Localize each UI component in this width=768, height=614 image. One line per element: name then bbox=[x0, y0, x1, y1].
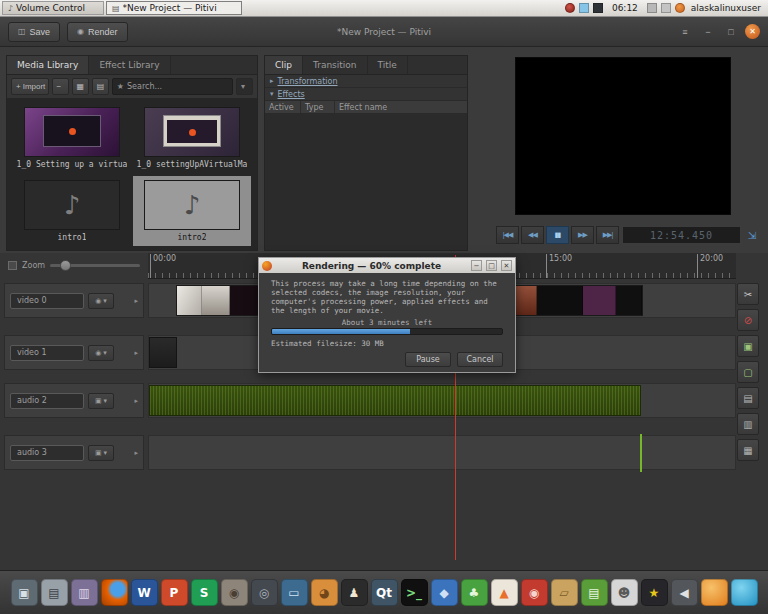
terminal-icon[interactable]: >_ bbox=[401, 579, 428, 606]
qt-creator-icon[interactable]: Qt bbox=[371, 579, 398, 606]
seek-start-button[interactable]: |◀◀ bbox=[496, 226, 519, 244]
session-tray-icon[interactable] bbox=[675, 3, 685, 13]
tab-media-library[interactable]: Media Library bbox=[7, 56, 89, 74]
transformation-expander[interactable]: ▸ Transformation bbox=[265, 75, 467, 88]
zoom-fit-button[interactable] bbox=[8, 261, 17, 270]
clip-view-button[interactable]: ▦ bbox=[72, 78, 89, 95]
vlc-icon[interactable]: ▲ bbox=[491, 579, 518, 606]
dialog-close-button[interactable]: ✕ bbox=[501, 260, 512, 271]
render-button[interactable]: ◉ Render bbox=[67, 22, 128, 42]
ta skbar-button-volume-control[interactable]: ♪ Volume Control bbox=[2, 1, 104, 15]
track-content-audio-3[interactable] bbox=[148, 435, 736, 470]
pause-button[interactable]: ▮▮ bbox=[546, 226, 569, 244]
effects-expander[interactable]: ▾ Effects bbox=[265, 88, 467, 101]
media-clip-item[interactable]: 1_0 settingUpAVirtualMa bbox=[133, 103, 251, 174]
package-manager-icon[interactable]: ▥ bbox=[71, 579, 98, 606]
folder-icon[interactable]: ▱ bbox=[551, 579, 578, 606]
list-view-button[interactable]: ▤ bbox=[92, 78, 109, 95]
save-icon: ◫ bbox=[18, 27, 26, 36]
volume-mixer-icon[interactable]: ◀ bbox=[671, 579, 698, 606]
red-app-icon[interactable]: ◉ bbox=[521, 579, 548, 606]
firefox-icon[interactable] bbox=[101, 579, 128, 606]
video1-clip[interactable] bbox=[149, 337, 177, 368]
track-name[interactable]: video 1 bbox=[10, 345, 84, 361]
close-button[interactable]: ✕ bbox=[745, 24, 760, 39]
chevron-right-icon[interactable]: ▸ bbox=[134, 449, 138, 457]
track-name[interactable]: video 0 bbox=[10, 293, 84, 309]
media-clip-item[interactable]: ♪ intro1 bbox=[13, 176, 131, 247]
library-options-button[interactable]: ▾ bbox=[236, 78, 253, 95]
dialog-minimize-button[interactable]: − bbox=[471, 260, 482, 271]
dialog-titlebar[interactable]: Rendering — 60% complete − □ ✕ bbox=[259, 258, 515, 273]
audacious-icon[interactable]: ◕ bbox=[311, 579, 338, 606]
tab-effect-library[interactable]: Effect Library bbox=[89, 56, 170, 74]
video-preview[interactable] bbox=[515, 57, 731, 215]
orange-ball-icon[interactable] bbox=[701, 579, 728, 606]
track-mute-button[interactable]: ▣ ▾ bbox=[88, 445, 114, 461]
search-box[interactable]: ★ bbox=[112, 78, 233, 95]
dialog-maximize-button[interactable]: □ bbox=[486, 260, 497, 271]
webcam-icon[interactable]: ◎ bbox=[251, 579, 278, 606]
display-settings-icon[interactable]: ▣ bbox=[11, 579, 38, 606]
render-cancel-button[interactable]: Cancel bbox=[457, 352, 503, 367]
search-input[interactable] bbox=[127, 82, 228, 91]
fast-forward-button[interactable]: ▶▶ bbox=[571, 226, 594, 244]
tab-transition[interactable]: Transition bbox=[303, 56, 368, 74]
track-mute-button[interactable]: ▣ ▾ bbox=[88, 393, 114, 409]
track-content-audio-2[interactable] bbox=[148, 383, 736, 418]
gimp-icon[interactable]: ◉ bbox=[221, 579, 248, 606]
tab-clip[interactable]: Clip bbox=[265, 56, 303, 74]
effects-list[interactable] bbox=[265, 114, 467, 250]
network-tray-icon[interactable] bbox=[647, 3, 657, 13]
rewind-button[interactable]: ◀◀ bbox=[521, 226, 544, 244]
internet-app-icon[interactable]: ◆ bbox=[431, 579, 458, 606]
chevron-right-icon[interactable]: ▸ bbox=[134, 297, 138, 305]
word-processor-icon[interactable]: W bbox=[131, 579, 158, 606]
green-app-icon[interactable]: ♣ bbox=[461, 579, 488, 606]
remove-asset-button[interactable]: − bbox=[52, 78, 69, 95]
track-name[interactable]: audio 3 bbox=[10, 445, 84, 461]
render-pause-button[interactable]: Pause bbox=[405, 352, 451, 367]
track-header-audio-2: audio 2 ▣ ▾ ▸ bbox=[4, 383, 144, 418]
terminal-tray-icon[interactable] bbox=[579, 3, 589, 13]
group-clips-button[interactable]: ▣ bbox=[737, 335, 759, 357]
monitor-icon[interactable]: ▭ bbox=[281, 579, 308, 606]
maximize-button[interactable]: □ bbox=[722, 23, 740, 41]
copy-clip-button[interactable]: ▤ bbox=[737, 387, 759, 409]
zoom-slider-handle[interactable] bbox=[60, 260, 71, 271]
seek-end-button[interactable]: ▶▶| bbox=[596, 226, 619, 244]
media-clip-item[interactable]: 1_0 Setting up a virtua bbox=[13, 103, 131, 174]
import-button[interactable]: + Import bbox=[11, 78, 49, 95]
minimize-button[interactable]: − bbox=[699, 23, 717, 41]
save-button[interactable]: ◫ Save bbox=[8, 22, 60, 42]
delete-clip-button[interactable]: ⊘ bbox=[737, 309, 759, 331]
bee-app-icon[interactable]: ★ bbox=[641, 579, 668, 606]
audio2-waveform-clip[interactable] bbox=[149, 385, 641, 416]
fullscreen-button[interactable]: ⇲ bbox=[744, 227, 760, 243]
track-visibility-button[interactable]: ◉ ▾ bbox=[88, 345, 114, 361]
track-name[interactable]: audio 2 bbox=[10, 393, 84, 409]
column-header: Type bbox=[301, 101, 335, 113]
ungroup-clips-button[interactable]: ▢ bbox=[737, 361, 759, 383]
app-menu-button[interactable]: ≡ bbox=[676, 23, 694, 41]
cyan-ball-icon[interactable] bbox=[731, 579, 758, 606]
tab-title[interactable]: Title bbox=[368, 56, 408, 74]
zoom-slider[interactable] bbox=[50, 264, 140, 267]
spreadsheet-icon[interactable]: S bbox=[191, 579, 218, 606]
notes-icon[interactable]: ▤ bbox=[581, 579, 608, 606]
file-manager-icon[interactable]: ▤ bbox=[41, 579, 68, 606]
tux-icon[interactable]: ♟ bbox=[341, 579, 368, 606]
track-visibility-button[interactable]: ◉ ▾ bbox=[88, 293, 114, 309]
chevron-right-icon[interactable]: ▸ bbox=[134, 349, 138, 357]
input-method-tray-icon[interactable] bbox=[661, 3, 671, 13]
split-clip-button[interactable]: ✂ bbox=[737, 283, 759, 305]
screencast-tray-icon[interactable] bbox=[565, 3, 575, 13]
taskbar-button-pitivi[interactable]: ▤ *New Project — Pitivi bbox=[106, 1, 242, 15]
media-clip-item-selected[interactable]: ♪ intro2 bbox=[133, 176, 251, 247]
display-tray-icon[interactable] bbox=[593, 3, 603, 13]
presentation-icon[interactable]: P bbox=[161, 579, 188, 606]
chevron-right-icon[interactable]: ▸ bbox=[134, 397, 138, 405]
contacts-icon[interactable]: ☻ bbox=[611, 579, 638, 606]
paste-clip-button[interactable]: ▥ bbox=[737, 413, 759, 435]
align-clips-button[interactable]: ▦ bbox=[737, 439, 759, 461]
